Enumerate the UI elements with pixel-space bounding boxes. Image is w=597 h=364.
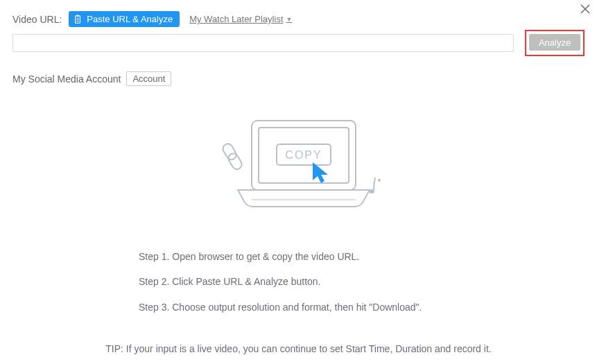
steps-list: Step 1. Open browser to get & copy the v… [0, 244, 597, 320]
close-icon[interactable] [580, 4, 590, 14]
watch-later-playlist-link[interactable]: My Watch Later Playlist ▼ [189, 14, 292, 24]
social-account-label: My Social Media Account [12, 73, 121, 85]
paste-button-label: Paste URL & Analyze [87, 14, 173, 24]
svg-rect-13 [221, 142, 238, 162]
step-2: Step 2. Click Paste URL & Analyze button… [139, 269, 597, 294]
chevron-down-icon: ▼ [286, 16, 293, 23]
svg-rect-14 [227, 152, 243, 171]
svg-rect-3 [77, 15, 80, 17]
svg-point-16 [378, 179, 381, 182]
account-button[interactable]: Account [126, 71, 171, 86]
paste-url-analyze-button[interactable]: Paste URL & Analyze [69, 11, 180, 27]
step-1: Step 1. Open browser to get & copy the v… [139, 244, 597, 269]
video-url-label: Video URL: [12, 14, 62, 25]
copy-illustration: COPY [0, 114, 597, 218]
analyze-button[interactable]: Analyze [529, 34, 580, 51]
tip-text: TIP: If your input is a live video, you … [0, 343, 597, 354]
clipboard-icon [73, 15, 83, 24]
video-url-input[interactable] [12, 34, 514, 52]
watch-later-label: My Watch Later Playlist [189, 14, 283, 24]
svg-text:COPY: COPY [285, 149, 322, 161]
analyze-highlight: Analyze [525, 30, 585, 56]
step-3: Step 3. Choose output resolution and for… [139, 295, 597, 320]
svg-point-15 [369, 189, 374, 193]
